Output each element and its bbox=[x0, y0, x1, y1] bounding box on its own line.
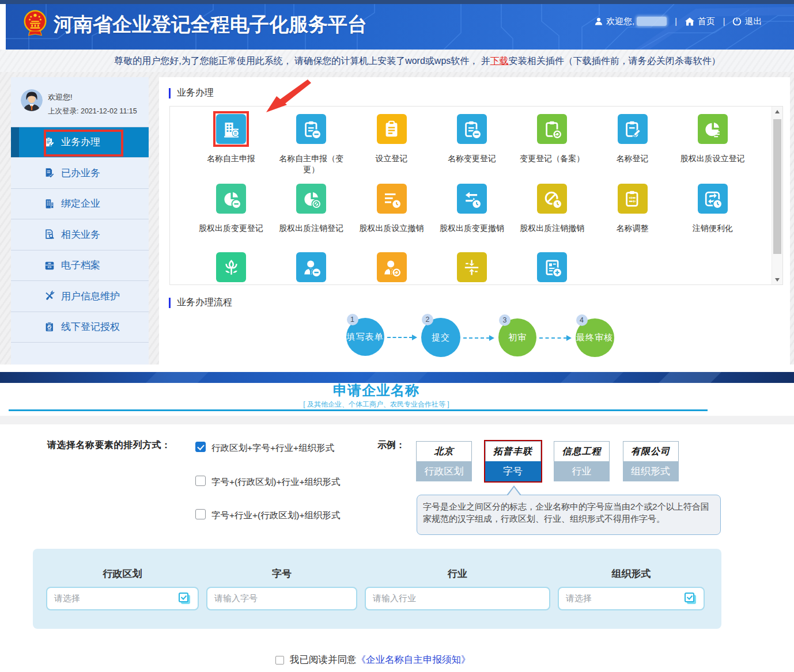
sidebar-item-6[interactable]: 用户信息维护 bbox=[11, 280, 149, 312]
page-title: 申请企业名称 bbox=[0, 381, 753, 400]
arrangement-checkbox-checked[interactable] bbox=[195, 442, 206, 452]
section-header-services: 业务办理 bbox=[169, 87, 214, 99]
download-link[interactable]: 下载 bbox=[490, 56, 509, 66]
arrangement-option[interactable]: 字号+(行政区划)+行业+组织形式 bbox=[195, 476, 340, 488]
arrangement-checkbox[interactable] bbox=[195, 509, 206, 519]
arrangement-option[interactable]: 字号+行业+(行政区划)+组织形式 bbox=[195, 509, 340, 522]
home-link[interactable]: 首页 bbox=[698, 16, 715, 27]
flower-icon[interactable] bbox=[216, 252, 246, 282]
scroll-up-button[interactable] bbox=[772, 107, 782, 116]
clipboard-minus-icon[interactable] bbox=[457, 114, 487, 144]
portal-window: 河南省企业登记全程电子化服务平台 欢迎您, | 首页 | 退出 bbox=[0, 0, 794, 365]
notice-text-2: 安装相关插件（下载插件前，请务必关闭杀毒软件） bbox=[509, 56, 721, 66]
service-tile-label[interactable]: 名称调整 bbox=[597, 223, 668, 234]
service-tile-label[interactable]: 设立登记 bbox=[356, 153, 428, 164]
example-card-name: 北京 bbox=[416, 441, 472, 461]
service-tile-label[interactable]: 股权出质设立登记 bbox=[677, 153, 748, 164]
clipboard-pencil2-icon[interactable] bbox=[618, 114, 648, 144]
sidebar-item-2[interactable]: 已办业务 bbox=[11, 157, 149, 188]
sidebar-item-4[interactable]: 相关业务 bbox=[11, 219, 149, 250]
clipboard-sliders-icon[interactable] bbox=[618, 184, 648, 214]
person-refresh-icon[interactable] bbox=[377, 252, 407, 282]
clipboard-filled-icon[interactable] bbox=[377, 114, 407, 144]
building-coin-icon[interactable] bbox=[216, 114, 246, 144]
field-label: 组织形式 bbox=[558, 567, 705, 580]
service-tile-label[interactable]: 名称自主申报 bbox=[195, 153, 267, 164]
service-tile: 变更登记（备案） bbox=[512, 114, 592, 164]
sidebar-item-7[interactable]: 线下登记授权 bbox=[11, 312, 149, 343]
home-icon[interactable] bbox=[685, 17, 694, 26]
service-tile-label[interactable]: 名称登记 bbox=[597, 153, 668, 164]
flow-step-number: 1 bbox=[347, 314, 358, 325]
ban-clock-icon[interactable] bbox=[537, 184, 567, 214]
service-tile-label[interactable]: 注销便利化 bbox=[677, 223, 748, 234]
flow-step-label: 初审 bbox=[508, 332, 527, 343]
service-tile: 名称自主申报（变更） bbox=[271, 114, 351, 175]
person-minus-icon[interactable] bbox=[296, 252, 326, 282]
picker-icon[interactable] bbox=[179, 593, 191, 605]
sidebar-item-1[interactable]: 业务办理 bbox=[11, 127, 149, 158]
agreement-link[interactable]: 《企业名称自主申报须知》 bbox=[357, 654, 471, 666]
service-tile-label[interactable]: 名称变更登记 bbox=[436, 153, 508, 164]
example-card-name: 信息工程 bbox=[554, 441, 610, 461]
clipboard-minus-icon[interactable] bbox=[296, 114, 326, 144]
square-arrows-icon[interactable] bbox=[698, 184, 728, 214]
archive-icon bbox=[44, 260, 55, 271]
form-plus-icon[interactable] bbox=[537, 252, 567, 282]
pie-pencil-icon[interactable] bbox=[698, 114, 728, 144]
service-tile-label[interactable]: 名称自主申报（变更） bbox=[275, 153, 347, 175]
scrollbar-thumb[interactable] bbox=[773, 119, 781, 254]
national-emblem-icon bbox=[22, 10, 48, 37]
field-placeholder: 请输入行业 bbox=[373, 593, 542, 604]
arrows-undo-icon[interactable] bbox=[457, 184, 487, 214]
arrangement-option[interactable]: 行政区划+字号+行业+组织形式 bbox=[195, 442, 334, 454]
flow-step-number: 2 bbox=[422, 314, 433, 325]
avatar bbox=[21, 89, 43, 111]
example-card-3[interactable]: 信息工程行业 bbox=[554, 441, 610, 481]
scrollbar[interactable] bbox=[772, 107, 782, 284]
power-icon[interactable] bbox=[733, 17, 741, 25]
tooltip-notch-fill bbox=[508, 487, 520, 496]
example-card-4[interactable]: 有限公司组织形式 bbox=[623, 441, 679, 481]
service-tile-label[interactable]: 变更登记（备案） bbox=[516, 153, 588, 164]
field-input-3[interactable]: 请输入行业 bbox=[365, 587, 550, 610]
example-card-2[interactable]: 拓普丰联字号 bbox=[485, 441, 541, 481]
service-tile-label[interactable]: 股权出质变更登记 bbox=[195, 223, 267, 234]
field-input-4[interactable]: 请选择 bbox=[558, 587, 705, 610]
sidebar-item-5[interactable]: 电子档案 bbox=[11, 250, 149, 281]
portal-body: 欢迎您! 上次登录: 2021-12-02 11:15 业务办理已办业务绑定企业… bbox=[0, 72, 794, 365]
service-tile-label[interactable]: 股权出质设立撤销 bbox=[356, 223, 428, 234]
doc-check-icon bbox=[44, 167, 55, 179]
sidebar-item-label: 相关业务 bbox=[61, 228, 100, 241]
picker-icon-check bbox=[179, 593, 188, 602]
merge-arrows-icon[interactable] bbox=[457, 252, 487, 282]
service-tile-label[interactable]: 股权出质变更撤销 bbox=[436, 223, 508, 234]
agreement-checkbox[interactable] bbox=[275, 656, 284, 665]
site-title: 河南省企业登记全程电子化服务平台 bbox=[54, 13, 367, 36]
service-tile: 股权出质设立登记 bbox=[672, 114, 753, 164]
field-input-1[interactable]: 请选择 bbox=[46, 587, 199, 610]
site-banner: 河南省企业登记全程电子化服务平台 欢迎您, | 首页 | 退出 bbox=[6, 4, 794, 50]
profile-welcome: 欢迎您! bbox=[48, 92, 137, 102]
field-label: 行业 bbox=[365, 567, 550, 580]
flow-arrow bbox=[539, 337, 567, 339]
logout-link[interactable]: 退出 bbox=[744, 16, 762, 27]
clipboard-refresh-icon[interactable] bbox=[537, 114, 567, 144]
example-label: 示例： bbox=[377, 439, 405, 451]
picker-icon[interactable] bbox=[685, 593, 697, 605]
scroll-down-button[interactable] bbox=[772, 275, 782, 284]
example-card-1[interactable]: 北京行政区划 bbox=[416, 441, 472, 481]
arrangement-checkbox[interactable] bbox=[195, 476, 206, 486]
example-card-category: 行业 bbox=[554, 461, 610, 481]
arrangement-option-label: 字号+行业+(行政区划)+组织形式 bbox=[211, 510, 340, 522]
sidebar-item-3[interactable]: 绑定企业 bbox=[11, 188, 149, 219]
pie-ban-icon[interactable] bbox=[296, 184, 326, 214]
service-tile-label[interactable]: 股权出质注销登记 bbox=[275, 223, 347, 234]
service-tile: 设立登记 bbox=[351, 114, 432, 164]
pie-minus-icon[interactable] bbox=[216, 184, 246, 214]
profile-card: 欢迎您! 上次登录: 2021-12-02 11:15 bbox=[11, 77, 149, 127]
lines-clock-icon[interactable] bbox=[377, 184, 407, 214]
flow-arrow bbox=[463, 337, 490, 339]
field-input-2[interactable]: 请输入字号 bbox=[206, 587, 357, 610]
service-tile-label[interactable]: 股权出质注销撤销 bbox=[516, 223, 588, 234]
